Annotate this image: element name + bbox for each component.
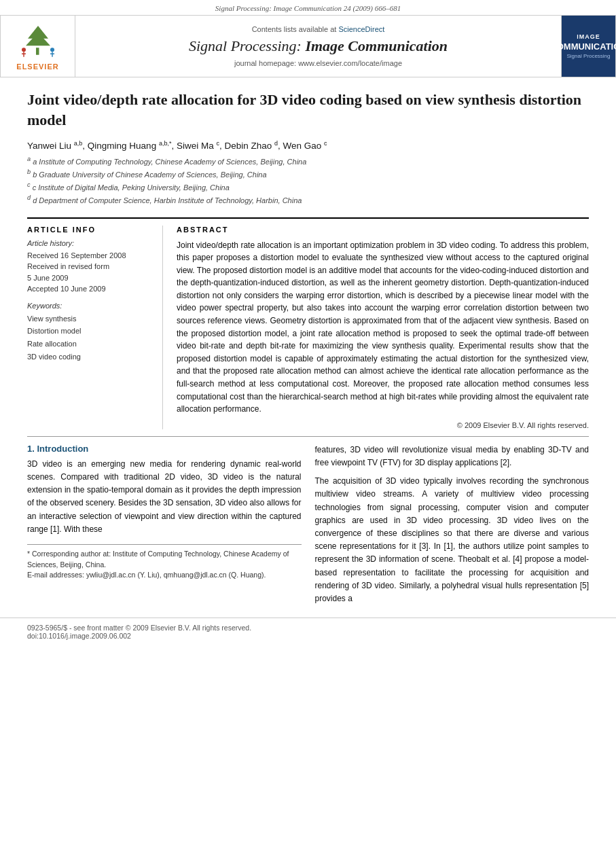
- svg-point-3: [22, 48, 26, 52]
- svg-rect-0: [36, 48, 39, 55]
- page-container: Signal Processing: Image Communication 2…: [0, 0, 616, 645]
- contents-available-line: Contents lists available at ScienceDirec…: [252, 25, 385, 33]
- footnote-area: * Corresponding author at: Institute of …: [27, 544, 302, 581]
- bottom-bar: 0923-5965/$ - see front matter © 2009 El…: [0, 618, 616, 645]
- affiliation-a: a a Institute of Computing Technology, C…: [27, 155, 589, 167]
- bottom-copyright: 0923-5965/$ - see front matter © 2009 El…: [27, 624, 251, 632]
- author-debin: Debin Zhao d: [224, 141, 278, 151]
- elsevier-tree-icon: [18, 22, 58, 60]
- info-abstract-section: ARTICLE INFO Article history: Received 1…: [27, 217, 589, 429]
- journal-header: ELSEVIER Contents lists available at Sci…: [0, 16, 616, 77]
- author-yanwei: Yanwei Liu a,b: [27, 141, 82, 151]
- body-left-col: 1. Introduction 3D video is an emerging …: [27, 444, 302, 611]
- author-wen: Wen Gao c: [283, 141, 327, 151]
- svg-marker-2: [26, 32, 50, 46]
- footnote-email: E-mail addresses: ywliu@jdl.ac.cn (Y. Li…: [27, 570, 302, 581]
- elsevier-logo-area: ELSEVIER: [1, 16, 75, 77]
- body-two-col: 1. Introduction 3D video is an emerging …: [27, 444, 589, 611]
- journal-title-bold: Image Communication: [305, 37, 448, 54]
- keyword-1: View synthesis: [27, 312, 154, 325]
- section-divider: [27, 436, 589, 437]
- image-comm-logo: IMAGE COMMUNICATION Signal Processing: [561, 16, 615, 77]
- history-received: Received 16 September 2008: [27, 250, 154, 262]
- journal-citation: Signal Processing: Image Communication 2…: [215, 4, 401, 12]
- logo-image-text: IMAGE: [577, 33, 600, 40]
- main-content: Joint video/depth rate allocation for 3D…: [0, 77, 616, 618]
- affiliations: a a Institute of Computing Technology, C…: [27, 155, 589, 207]
- abstract-col: ABSTRACT Joint video/depth rate allocati…: [177, 226, 589, 429]
- intro-para-1: 3D video is an emerging new media for re…: [27, 458, 302, 536]
- logo-sub-text: Signal Processing: [566, 53, 610, 59]
- logo-comm-text: COMMUNICATION: [550, 41, 616, 52]
- author-siwei: Siwei Ma c: [177, 141, 219, 151]
- author-qingming: Qingming Huang a,b,*: [88, 141, 172, 151]
- keywords-label: Keywords:: [27, 302, 154, 310]
- abstract-text: Joint video/depth rate allocation is an …: [177, 239, 589, 416]
- authors-line: Yanwei Liu a,b, Qingming Huang a,b,*, Si…: [27, 139, 589, 151]
- keyword-4: 3D video coding: [27, 351, 154, 363]
- sciencedirect-link[interactable]: ScienceDirect: [338, 25, 384, 33]
- affiliation-c: c c Institute of Digital Media, Peking U…: [27, 181, 589, 193]
- affiliation-d: d d Department of Computer Science, Harb…: [27, 194, 589, 206]
- intro-heading: 1. Introduction: [27, 444, 302, 454]
- svg-point-6: [50, 48, 54, 52]
- article-title: Joint video/depth rate allocation for 3D…: [27, 90, 589, 130]
- history-revised-date: 5 June 2009: [27, 272, 154, 284]
- article-info-col: ARTICLE INFO Article history: Received 1…: [27, 226, 163, 429]
- bottom-doi: doi:10.1016/j.image.2009.06.002: [27, 632, 131, 640]
- elsevier-label: ELSEVIER: [16, 62, 58, 71]
- copyright-line: © 2009 Elsevier B.V. All rights reserved…: [177, 421, 589, 429]
- history-revised-label: Received in revised form: [27, 261, 154, 272]
- abstract-heading: ABSTRACT: [177, 226, 589, 234]
- body-right-col: features, 3D video will revolutionize vi…: [315, 444, 590, 611]
- history-accepted: Accepted 10 June 2009: [27, 283, 154, 295]
- affiliation-b: b b Graduate University of Chinese Acade…: [27, 168, 589, 180]
- keyword-2: Distortion model: [27, 325, 154, 338]
- journal-title-plain: Signal Processing:: [189, 37, 306, 54]
- homepage-label: journal homepage: www.elsevier.com/locat…: [234, 59, 402, 67]
- journal-title-header: Signal Processing: Image Communication: [189, 37, 448, 55]
- journal-center: Contents lists available at ScienceDirec…: [75, 16, 561, 77]
- journal-homepage: journal homepage: www.elsevier.com/locat…: [234, 59, 402, 67]
- intro-para-2: features, 3D video will revolutionize vi…: [315, 444, 590, 605]
- history-label: Article history:: [27, 239, 154, 247]
- footnote-star: * Corresponding author at: Institute of …: [27, 549, 302, 571]
- top-bar: Signal Processing: Image Communication 2…: [0, 0, 616, 16]
- keyword-3: Rate allocation: [27, 338, 154, 351]
- article-info-heading: ARTICLE INFO: [27, 226, 154, 234]
